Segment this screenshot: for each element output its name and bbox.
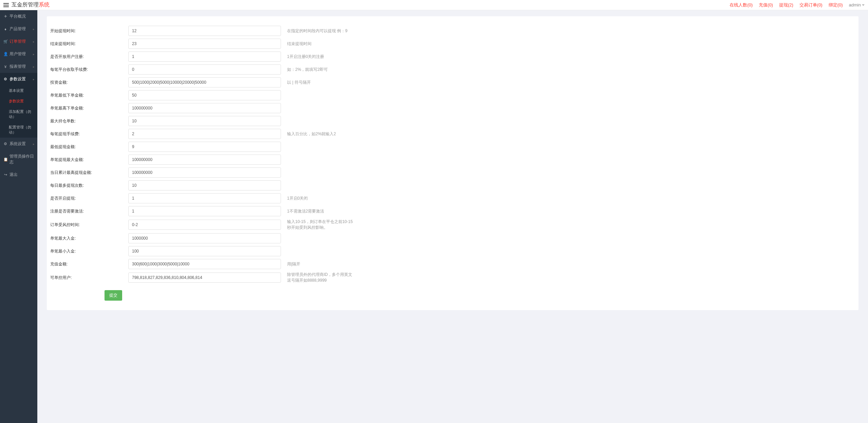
form-input-3[interactable]	[128, 64, 281, 75]
form-label: 单笔最小入金:	[47, 248, 128, 254]
admin-dropdown[interactable]: admin	[849, 2, 865, 7]
form-input-1[interactable]	[128, 39, 281, 49]
form-input-12[interactable]	[128, 180, 281, 190]
chevron-right-icon: ▸	[33, 142, 35, 146]
link-withdraw[interactable]: 提现(2)	[779, 2, 793, 8]
form-hint: 1开启0关闭	[281, 196, 308, 201]
form-row: 订单受风控时间:输入10-15，则订单在平仓之前10-15秒开始受到风控影响。	[47, 218, 858, 232]
menu-toggle-icon[interactable]	[3, 3, 9, 7]
form-hint: 输入10-15，则订单在平仓之前10-15秒开始受到风控影响。	[281, 219, 356, 230]
form-row: 是否开放用户注册:1开启注册0关闭注册	[47, 50, 858, 63]
sidebar-icon: 🛒	[3, 39, 7, 44]
link-bind[interactable]: 绑定(0)	[829, 2, 843, 8]
form-row: 注册是否需要激活:1不需激活2需要激活	[47, 205, 858, 218]
form-label: 注册是否需要激活:	[47, 208, 128, 214]
sidebar-item-label: 订单管理	[10, 39, 26, 44]
chevron-down-icon	[862, 4, 865, 6]
form-hint: 在指定的时间段内可以提现 例：9	[281, 28, 347, 34]
sidebar-icon: 👤	[3, 52, 7, 56]
sidebar-icon: ¥	[3, 65, 7, 69]
sidebar-icon: 📋	[3, 157, 7, 162]
chevron-right-icon: ▸	[33, 53, 35, 56]
form-input-13[interactable]	[128, 193, 281, 203]
form-hint: 输入百分比，如2%就输入2	[281, 131, 336, 137]
sidebar-item-label: 平台概况	[10, 14, 26, 19]
form-input-9[interactable]	[128, 142, 281, 152]
form-label: 单笔提现最大金额:	[47, 157, 128, 163]
form-label: 订单受风控时间:	[47, 222, 128, 228]
sidebar-item-5[interactable]: ⚙参数设置▸	[0, 73, 37, 85]
form-row: 单笔最小入金:	[47, 245, 858, 258]
form-label: 结束提现时间:	[47, 41, 128, 47]
form-input-14[interactable]	[128, 206, 281, 216]
sidebar-item-label: 参数设置	[10, 76, 26, 82]
form-row: 单笔最大入金:	[47, 232, 858, 245]
form-input-11[interactable]	[128, 167, 281, 178]
link-recharge[interactable]: 充值(0)	[759, 2, 773, 8]
form-label: 最低提现金额:	[47, 144, 128, 150]
sidebar-sub-item-2[interactable]: 添加配置（勿动）	[0, 106, 37, 122]
form-label: 是否开启提现:	[47, 196, 128, 201]
sidebar-item-0[interactable]: ✈平台概况	[0, 10, 37, 23]
sidebar-item-2[interactable]: 🛒订单管理▸	[0, 35, 37, 48]
form-label: 单笔最高下单金额:	[47, 105, 128, 111]
form-label: 投资金额:	[47, 80, 128, 85]
sidebar-item-8[interactable]: ↪退出	[0, 168, 37, 181]
form-hint: 除管理员外的代理商ID，多个用英文逗号隔开如8888,9999	[281, 272, 356, 283]
form-hint: 结束提现时间	[281, 41, 312, 47]
form-label: 当日累计最高提现金额:	[47, 170, 128, 176]
form-input-19[interactable]	[128, 273, 281, 283]
form-input-18[interactable]	[128, 259, 281, 269]
link-orders[interactable]: 交易订单(0)	[799, 2, 823, 8]
sidebar-item-1[interactable]: ♦产品管理▸	[0, 23, 37, 35]
form-input-6[interactable]	[128, 103, 281, 113]
sidebar-item-4[interactable]: ¥报表管理▸	[0, 60, 37, 73]
form-input-10[interactable]	[128, 155, 281, 165]
sidebar-item-7[interactable]: 📋管理员操作日志	[0, 150, 37, 168]
form-input-8[interactable]	[128, 129, 281, 139]
form-row: 可单控用户:除管理员外的代理商ID，多个用英文逗号隔开如8888,9999	[47, 270, 858, 285]
form-input-4[interactable]	[128, 77, 281, 87]
form-row: 每笔提现手续费:输入百分比，如2%就输入2	[47, 127, 858, 140]
chevron-right-icon: ▸	[33, 27, 35, 31]
form-input-15[interactable]	[128, 220, 281, 230]
form-input-16[interactable]	[128, 233, 281, 243]
form-label: 单笔最大入金:	[47, 236, 128, 241]
sidebar-icon: ♦	[3, 27, 7, 31]
form-label: 开始提现时间:	[47, 28, 128, 34]
sidebar-item-label: 系统设置	[10, 141, 26, 147]
sidebar-icon: ↪	[3, 173, 7, 177]
form-row: 开始提现时间:在指定的时间段内可以提现 例：9	[47, 24, 858, 37]
form-input-17[interactable]	[128, 246, 281, 256]
form-label: 充值金额:	[47, 261, 128, 267]
sidebar-item-3[interactable]: 👤用户管理▸	[0, 48, 37, 60]
form-input-7[interactable]	[128, 116, 281, 126]
main-content: 开始提现时间:在指定的时间段内可以提现 例：9结束提现时间:结束提现时间是否开放…	[37, 10, 868, 423]
form-input-0[interactable]	[128, 26, 281, 36]
header-links: 在线人数(0) 充值(0) 提现(2) 交易订单(0) 绑定(0) admin	[730, 2, 865, 8]
form-label: 可单控用户:	[47, 275, 128, 281]
form-row: 是否开启提现:1开启0关闭	[47, 192, 858, 205]
sidebar-sub-item-3[interactable]: 配置管理（勿动）	[0, 122, 37, 138]
sidebar: ✈平台概况♦产品管理▸🛒订单管理▸👤用户管理▸¥报表管理▸⚙参数设置▸基本设置参…	[0, 10, 37, 423]
form-hint: 用|隔开	[281, 261, 300, 267]
form-input-2[interactable]	[128, 52, 281, 62]
submit-button[interactable]: 提交	[105, 290, 122, 301]
sidebar-icon: ⚙	[3, 142, 7, 146]
form-row: 最低提现金额:	[47, 140, 858, 153]
form-row: 充值金额:用|隔开	[47, 258, 858, 270]
form-input-5[interactable]	[128, 90, 281, 100]
sidebar-sub-item-0[interactable]: 基本设置	[0, 85, 37, 96]
form-row: 每笔平台收取手续费:如：2%，就填写2即可	[47, 63, 858, 76]
form-label: 每日最多提现次数:	[47, 183, 128, 188]
sidebar-sub-item-1[interactable]: 参数设置	[0, 96, 37, 106]
sidebar-item-6[interactable]: ⚙系统设置▸	[0, 138, 37, 150]
link-online-users[interactable]: 在线人数(0)	[730, 2, 753, 8]
form-hint: 1不需激活2需要激活	[281, 208, 324, 214]
form-row: 单笔最高下单金额:	[47, 102, 858, 115]
sidebar-icon: ⚙	[3, 77, 7, 81]
form-label: 最大持仓单数:	[47, 118, 128, 124]
form-row: 单笔最低下单金额:	[47, 89, 858, 102]
chevron-right-icon: ▸	[33, 78, 35, 81]
form-label: 是否开放用户注册:	[47, 54, 128, 60]
